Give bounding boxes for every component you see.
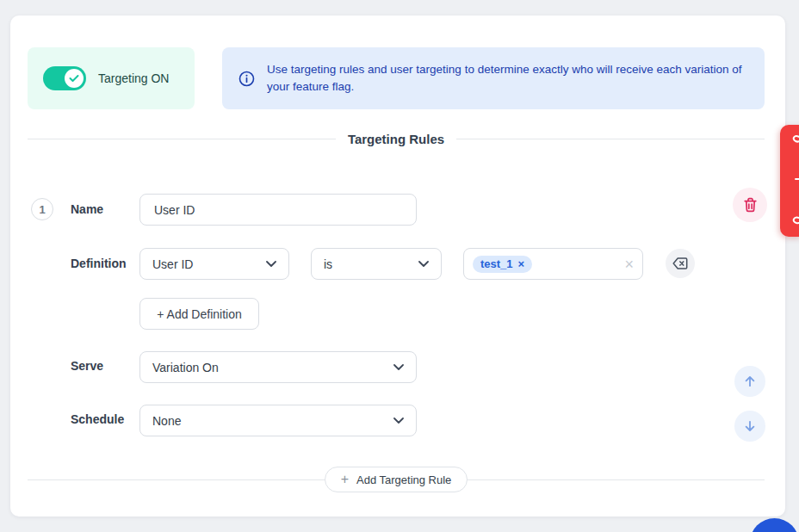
add-targeting-rule-label: Add Targeting Rule: [356, 473, 451, 486]
add-definition-button[interactable]: + Add Definition: [139, 298, 259, 330]
add-rule-row: + Add Targeting Rule: [28, 467, 765, 492]
chevron-down-icon: [266, 261, 276, 267]
arrow-down-icon: [743, 419, 757, 433]
targeting-rules-heading-row: Targeting Rules: [28, 132, 765, 145]
chevron-down-icon: [393, 364, 404, 370]
serve-select[interactable]: Variation On: [139, 351, 417, 383]
rule-number-badge: 1: [31, 198, 53, 220]
chat-widget-button[interactable]: [750, 518, 799, 532]
feedback-edge-tab[interactable]: [780, 125, 799, 237]
clear-all-values-button[interactable]: [666, 249, 695, 278]
schedule-value: None: [152, 414, 181, 428]
plus-icon: +: [341, 473, 349, 486]
move-rule-down-button[interactable]: [734, 411, 765, 442]
definition-property-select[interactable]: User ID: [139, 248, 289, 280]
info-banner-text: Use targeting rules and user targeting t…: [267, 61, 746, 96]
targeting-card: Targeting ON Use targeting rules and use…: [10, 15, 785, 517]
rule-name-input[interactable]: [139, 194, 417, 226]
name-label: Name: [71, 202, 103, 216]
add-targeting-rule-button[interactable]: + Add Targeting Rule: [325, 467, 468, 492]
divider-line: [468, 479, 765, 480]
arrow-up-icon: [743, 374, 757, 388]
definition-comparator-select[interactable]: is: [311, 248, 442, 280]
definition-property-value: User ID: [152, 257, 193, 271]
backspace-icon: [672, 257, 688, 269]
targeting-toggle-switch[interactable]: [43, 66, 86, 90]
definition-values-input[interactable]: test_1 × ×: [463, 248, 643, 280]
chevron-down-icon: [418, 261, 429, 267]
targeting-toggle-label: Targeting ON: [98, 71, 169, 85]
definition-comparator-value: is: [324, 257, 332, 271]
move-rule-up-button[interactable]: [734, 366, 765, 397]
delete-rule-button[interactable]: [733, 188, 767, 222]
clear-input-icon[interactable]: ×: [624, 257, 634, 272]
serve-value: Variation On: [152, 361, 219, 374]
targeting-toggle-section: Targeting ON: [28, 47, 195, 109]
toggle-knob: [65, 69, 84, 88]
divider-line: [28, 139, 336, 139]
trash-icon: [743, 197, 758, 213]
value-chip-label: test_1: [480, 258, 513, 269]
section-title: Targeting Rules: [348, 132, 444, 146]
divider-line: [28, 479, 325, 480]
value-chip: test_1 ×: [473, 256, 532, 273]
schedule-select[interactable]: None: [139, 405, 417, 436]
divider-line: [456, 139, 765, 139]
check-icon: [69, 74, 79, 83]
info-banner: Use targeting rules and user targeting t…: [222, 47, 765, 109]
chevron-down-icon: [393, 418, 404, 424]
serve-label: Serve: [71, 359, 103, 373]
info-icon: [238, 71, 255, 87]
definition-label: Definition: [71, 257, 127, 270]
schedule-label: Schedule: [71, 412, 124, 426]
feedback-tab-marks: [784, 128, 799, 233]
chip-remove-icon[interactable]: ×: [518, 258, 525, 269]
